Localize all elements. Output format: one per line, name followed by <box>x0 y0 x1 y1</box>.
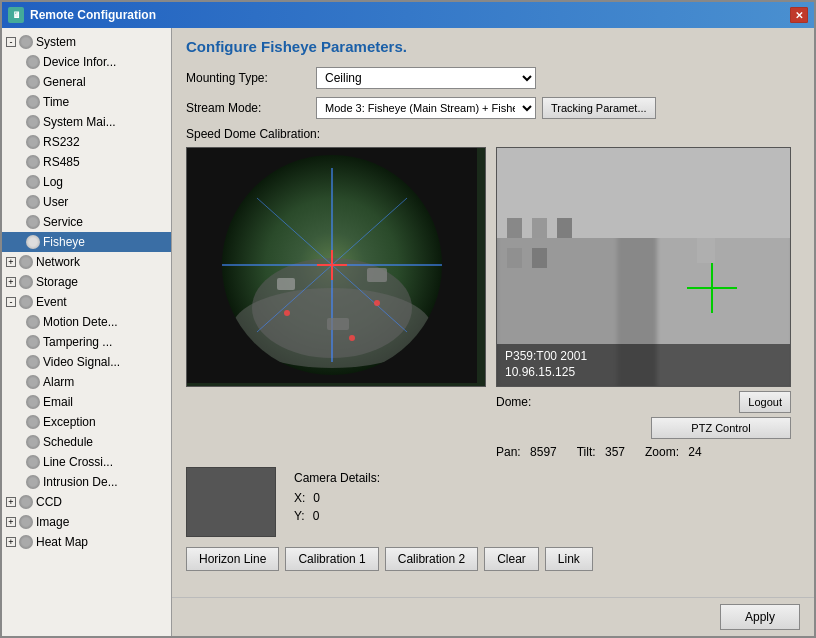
exception-icon <box>26 415 40 429</box>
svg-rect-21 <box>507 218 522 238</box>
sidebar-label-system-mai: System Mai... <box>43 115 116 129</box>
action-bar: Horizon Line Calibration 1 Calibration 2… <box>186 547 800 571</box>
sidebar-item-system-mai[interactable]: System Mai... <box>2 112 171 132</box>
logout-button[interactable]: Logout <box>739 391 791 413</box>
x-label: X: <box>294 491 305 505</box>
sidebar-label-general: General <box>43 75 86 89</box>
sidebar-item-log[interactable]: Log <box>2 172 171 192</box>
sidebar-item-rs232[interactable]: RS232 <box>2 132 171 152</box>
expand-icon-system[interactable]: - <box>6 37 16 47</box>
dome-area: P359:T00 2001 10.96.15.125 Dome: Logout … <box>496 147 791 461</box>
svg-text:10.96.15.125: 10.96.15.125 <box>505 365 575 379</box>
sidebar-item-event[interactable]: - Event <box>2 292 171 312</box>
device-info-icon <box>26 55 40 69</box>
sidebar-item-network[interactable]: + Network <box>2 252 171 272</box>
sidebar-item-system[interactable]: - System <box>2 32 171 52</box>
x-row: X: 0 <box>294 491 380 505</box>
sidebar-item-line-crossi[interactable]: Line Crossi... <box>2 452 171 472</box>
sidebar-label-motion: Motion Dete... <box>43 315 118 329</box>
sidebar-item-exception[interactable]: Exception <box>2 412 171 432</box>
zoom-value: 24 <box>688 445 701 459</box>
log-icon <box>26 175 40 189</box>
sidebar-label-alarm: Alarm <box>43 375 74 389</box>
svg-rect-15 <box>277 278 295 290</box>
pan-row: Pan: 8597 <box>496 445 557 459</box>
expand-icon-network[interactable]: + <box>6 257 16 267</box>
stream-mode-select[interactable]: Mode 3: Fisheye (Main Stream) + Fisheye … <box>316 97 536 119</box>
apply-button[interactable]: Apply <box>720 604 800 630</box>
ptz-control-row: PTZ Control <box>496 417 791 439</box>
panel-title: Configure Fisheye Parameters. <box>186 38 800 55</box>
sidebar-item-device-info[interactable]: Device Infor... <box>2 52 171 72</box>
mounting-type-label: Mounting Type: <box>186 71 316 85</box>
calibration2-button[interactable]: Calibration 2 <box>385 547 478 571</box>
sidebar-item-email[interactable]: Email <box>2 392 171 412</box>
details-area: Camera Details: X: 0 Y: 0 <box>186 467 800 537</box>
close-button[interactable]: ✕ <box>790 7 808 23</box>
sidebar-item-time[interactable]: Time <box>2 92 171 112</box>
clear-button[interactable]: Clear <box>484 547 539 571</box>
calibration1-button[interactable]: Calibration 1 <box>285 547 378 571</box>
expand-icon-heat-map[interactable]: + <box>6 537 16 547</box>
schedule-icon <box>26 435 40 449</box>
sidebar-item-storage[interactable]: + Storage <box>2 272 171 292</box>
sidebar-label-service: Service <box>43 215 83 229</box>
tampering-icon <box>26 335 40 349</box>
expand-icon-event[interactable]: - <box>6 297 16 307</box>
ptz-control-button[interactable]: PTZ Control <box>651 417 791 439</box>
dome-view: P359:T00 2001 10.96.15.125 <box>496 147 791 387</box>
sidebar-item-video-signal[interactable]: Video Signal... <box>2 352 171 372</box>
sidebar-label-fisheye: Fisheye <box>43 235 85 249</box>
stream-mode-label: Stream Mode: <box>186 101 316 115</box>
service-icon <box>26 215 40 229</box>
fisheye-view <box>186 147 486 387</box>
tilt-row: Tilt: 357 <box>577 445 625 459</box>
sidebar-item-general[interactable]: General <box>2 72 171 92</box>
expand-icon-image[interactable]: + <box>6 517 16 527</box>
expand-icon-storage[interactable]: + <box>6 277 16 287</box>
svg-point-12 <box>284 310 290 316</box>
sidebar-item-alarm[interactable]: Alarm <box>2 372 171 392</box>
tracking-params-button[interactable]: Tracking Paramet... <box>542 97 656 119</box>
sidebar-label-rs485: RS485 <box>43 155 80 169</box>
pan-label: Pan: <box>496 445 521 459</box>
horizon-line-button[interactable]: Horizon Line <box>186 547 279 571</box>
alarm-icon <box>26 375 40 389</box>
svg-point-11 <box>374 300 380 306</box>
sidebar-item-image[interactable]: + Image <box>2 512 171 532</box>
link-button[interactable]: Link <box>545 547 593 571</box>
fisheye-icon <box>26 235 40 249</box>
speed-dome-label: Speed Dome Calibration: <box>186 127 800 141</box>
rs232-icon <box>26 135 40 149</box>
svg-point-13 <box>349 335 355 341</box>
rs485-icon <box>26 155 40 169</box>
sidebar-item-tampering[interactable]: Tampering ... <box>2 332 171 352</box>
sidebar-item-fisheye[interactable]: Fisheye <box>2 232 171 252</box>
dome-controls: Dome: Logout <box>496 391 791 413</box>
pan-value: 8597 <box>530 445 557 459</box>
main-content: Configure Fisheye Parameters. Mounting T… <box>172 28 814 636</box>
time-icon <box>26 95 40 109</box>
zoom-row: Zoom: 24 <box>645 445 702 459</box>
sidebar-item-intrusion-de[interactable]: Intrusion De... <box>2 472 171 492</box>
sidebar-item-ccd[interactable]: + CCD <box>2 492 171 512</box>
svg-rect-26 <box>667 238 685 263</box>
sidebar-item-motion-dete[interactable]: Motion Dete... <box>2 312 171 332</box>
user-icon <box>26 195 40 209</box>
expand-icon-ccd[interactable]: + <box>6 497 16 507</box>
sidebar-item-rs485[interactable]: RS485 <box>2 152 171 172</box>
line-cross-icon <box>26 455 40 469</box>
sidebar-item-service[interactable]: Service <box>2 212 171 232</box>
mounting-type-select[interactable]: Ceiling Wall Ground <box>316 67 536 89</box>
x-value: 0 <box>313 491 343 505</box>
sidebar-item-heat-map[interactable]: + Heat Map <box>2 532 171 552</box>
sidebar: - System Device Infor... General Time Sy… <box>2 28 172 636</box>
intrusion-icon <box>26 475 40 489</box>
sidebar-item-schedule[interactable]: Schedule <box>2 432 171 452</box>
sidebar-label-intrusion-de: Intrusion De... <box>43 475 118 489</box>
zoom-label: Zoom: <box>645 445 679 459</box>
bottom-apply-bar: Apply <box>172 597 814 636</box>
sidebar-item-user[interactable]: User <box>2 192 171 212</box>
sidebar-label-exception: Exception <box>43 415 96 429</box>
sidebar-label-storage: Storage <box>36 275 78 289</box>
